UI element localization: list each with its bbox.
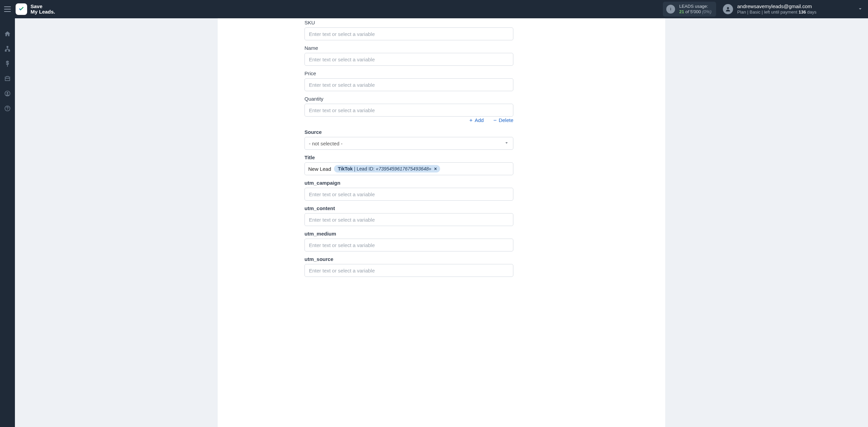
brand-text: Save My Leads. [31,4,55,15]
help-icon [4,105,11,112]
field-name: Name [304,45,513,66]
info-icon [666,5,675,14]
field-sku: SKU [304,20,513,40]
svg-point-9 [7,109,8,110]
add-button[interactable]: Add [469,117,484,123]
menu-toggle[interactable] [3,4,12,14]
user-menu[interactable]: andrewsavemyleads@gmail.com Plan | Basic… [723,3,816,15]
field-utm-campaign: utm_campaign [304,180,513,201]
user-email: andrewsavemyleads@gmail.com [737,3,816,10]
field-source: Source - not selected - [304,129,513,150]
title-input[interactable]: New Lead TikTok | Lead ID: «739545961767… [304,162,513,175]
home-icon [4,30,11,37]
utm-source-input[interactable] [304,264,513,277]
source-select[interactable]: - not selected - [304,137,513,150]
utm-campaign-input[interactable] [304,188,513,201]
nav-help[interactable] [0,102,15,115]
utm-content-input[interactable] [304,213,513,226]
field-label: Price [304,70,513,76]
field-title: Title New Lead TikTok | Lead ID: «739545… [304,155,513,175]
avatar-icon [723,4,733,14]
field-utm-medium: utm_medium [304,231,513,251]
field-quantity: Quantity [304,96,513,117]
field-label: utm_content [304,205,513,211]
brand-logo-icon [16,3,27,15]
nav-briefcase[interactable] [0,72,15,85]
leads-usage-panel[interactable]: LEADS usage: 21 of 5'000 (0%) [663,2,716,17]
sku-input[interactable] [304,27,513,40]
nav-account[interactable] [0,87,15,100]
svg-rect-5 [8,50,9,51]
user-plan: Plan | Basic | left until payment 136 da… [737,9,816,15]
price-input[interactable] [304,78,513,91]
svg-point-2 [727,7,729,9]
nav-connections[interactable] [0,42,15,56]
name-input[interactable] [304,53,513,66]
brand[interactable]: Save My Leads. [16,3,55,15]
delete-button[interactable]: Delete [493,117,513,123]
sidebar [0,18,15,427]
minus-icon [493,118,497,123]
field-utm-source: utm_source [304,256,513,277]
field-price: Price [304,70,513,91]
usage-value: 21 of 5'000 (0%) [679,9,711,15]
svg-rect-1 [670,9,671,11]
dollar-icon [4,60,11,67]
field-label: Quantity [304,96,513,102]
usage-label: LEADS usage: [679,4,711,9]
field-label: utm_source [304,256,513,262]
svg-rect-3 [7,46,8,47]
title-pretext: New Lead [308,166,332,172]
field-label: SKU [304,20,513,25]
chip-remove-icon[interactable]: × [433,166,437,172]
briefcase-icon [4,75,11,82]
plus-icon [469,118,473,123]
svg-point-0 [670,8,671,8]
field-label: Title [304,155,513,160]
svg-rect-4 [5,50,6,51]
item-actions: Add Delete [304,117,513,123]
svg-point-7 [7,92,8,94]
field-label: utm_campaign [304,180,513,186]
field-label: Name [304,45,513,51]
field-label: Source [304,129,513,135]
form-card: SKU Name Price Quantity [218,18,665,427]
field-label: utm_medium [304,231,513,237]
account-chevron-down-icon[interactable] [857,6,863,13]
quantity-input[interactable] [304,104,513,117]
variable-chip: TikTok | Lead ID: «7395459617675493648» … [334,165,440,173]
field-utm-content: utm_content [304,205,513,226]
topbar: Save My Leads. LEADS usage: 21 of 5'000 … [0,0,868,18]
utm-medium-input[interactable] [304,239,513,251]
sitemap-icon [4,45,11,52]
user-circle-icon [4,90,11,97]
nav-billing[interactable] [0,57,15,70]
nav-home[interactable] [0,27,15,41]
